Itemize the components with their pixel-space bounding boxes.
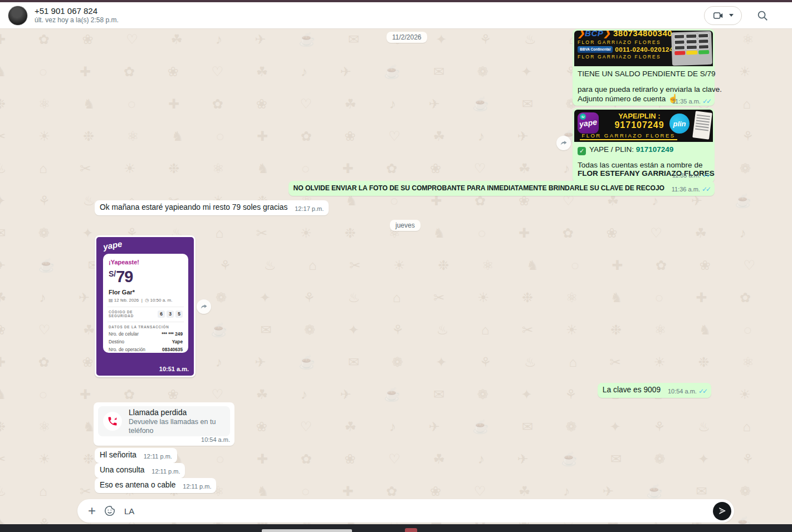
contact-avatar[interactable] (8, 6, 28, 26)
message-bubble-yape-plin[interactable]: S/ yape YAPE/PLIN : 917107249 plin FLOR … (573, 108, 715, 183)
chat-canvas: ✚ ✿ ❀ ♡ ☘ ♪ ✈ ☕ ✉ ❁ ✦ ⚘ ♨ ⌂ ✂ ☀ ❉ ⚛ ♞ ◌ … (0, 29, 792, 524)
taskbar-item[interactable] (405, 528, 417, 532)
contact-last-seen: últ. vez hoy a la(s) 2:58 p.m. (35, 16, 119, 24)
message-time: 11:36 a.m.✓✓ (672, 185, 710, 193)
forward-icon[interactable] (556, 136, 571, 150)
message-time: 12:11 p.m. (183, 483, 211, 490)
message-text: Todas las cuentas están a nombre de (578, 161, 710, 169)
missed-call-icon (107, 416, 118, 427)
message-time: 10:54 a.m. (201, 436, 230, 443)
message-text: Hl señorita (100, 451, 136, 459)
yape-plin-image[interactable]: S/ yape YAPE/PLIN : 917107249 plin FLOR … (574, 110, 713, 142)
receipt-recipient: Flor Gar* (109, 289, 183, 295)
bbva-logo: BBVA Continental (578, 46, 613, 52)
date-chip: jueves (390, 220, 421, 231)
attach-button[interactable]: + (83, 502, 101, 520)
message-bubble-ok[interactable]: Ok mañana estaré yapieando mi resto 79 s… (95, 200, 329, 215)
message-text: ✓YAPE / PLIN: 917107249 (578, 145, 710, 154)
read-receipt-icon: ✓✓ (702, 97, 710, 105)
message-composer: + (77, 499, 734, 523)
receipt-datetime: ▤ 12 feb. 2026 | ◷ 10:50 a. m. (109, 298, 183, 303)
bbva-account-number: 0011-0240-0201243721 (615, 46, 672, 53)
message-bubble-key[interactable]: La clave es 9009 10:54 a.m.✓✓ (598, 383, 711, 398)
calendar-icon: ▤ (109, 298, 113, 303)
receipt-row: Nro. de celular*** *** 249 (109, 331, 183, 337)
clock-icon: ◷ (145, 298, 149, 303)
banner-title: YAPE/PLIN : (603, 112, 676, 120)
message-text: TIENE UN SALDO PENDIENTE DE S/79 (578, 70, 710, 78)
account-holder-name: FLOR GARRIAZO FLORES (578, 54, 669, 60)
message-text: NO OLVIDE ENVIAR LA FOTO DE SU COMPROBAN… (294, 184, 664, 192)
contact-info[interactable]: +51 901 067 824 últ. vez hoy a la(s) 2:5… (35, 6, 119, 25)
account-holder-name: FLOR GARRIAZO FLORES (578, 40, 669, 45)
message-text: Una consulta (100, 466, 145, 474)
message-time: 12:11 p.m. (144, 453, 172, 460)
message-bubble-reminder[interactable]: NO OLVIDE ENVIAR LA FOTO DE SU COMPROBAN… (289, 181, 715, 196)
message-time: 12:11 p.m. (151, 468, 180, 475)
search-icon[interactable] (756, 9, 769, 22)
video-camera-icon (712, 9, 725, 22)
yape-logo: yape (102, 239, 123, 252)
message-bubble-consulta[interactable]: Una consulta 12:11 p.m. (95, 463, 185, 478)
sticker-button[interactable] (101, 502, 119, 520)
send-icon (717, 506, 727, 516)
yape-logo: S/ yape (578, 112, 599, 134)
message-bubble-bank-accounts[interactable]: ❯BCP❯ 38073480034024 FLOR GARRIAZO FLORE… (573, 29, 715, 106)
check-mark-emoji: ✓ (578, 147, 586, 155)
missed-call-box: Llamada perdida Devuelve las llamadas en… (98, 406, 230, 436)
missed-call-title: Llamada perdida (129, 407, 230, 417)
sticker-icon (104, 505, 116, 517)
message-text: Eso es antena o cable (100, 481, 176, 489)
plin-logo: plin (669, 114, 690, 134)
banner-number: 917107249 (603, 120, 676, 130)
date-chip: 11/2/2026 (387, 32, 427, 43)
security-code-digits: 6 3 5 (158, 311, 183, 318)
send-button[interactable] (713, 502, 731, 520)
banner-holder-name: FLOR GARRIAZO FLORES (580, 132, 677, 140)
message-text: para que pueda retirarlo y enviarla la c… (578, 85, 710, 93)
whatsapp-window: +51 901 067 824 últ. vez hoy a la(s) 2:5… (0, 0, 792, 532)
message-time: 10:51 a.m. (159, 366, 189, 372)
message-bubble-antena[interactable]: Eso es antena o cable 12:11 p.m. (95, 478, 216, 493)
bcp-account-row: ❯BCP❯ 38073480034024 (578, 31, 669, 38)
receipt-row: DestinoYape (109, 339, 183, 344)
price-list-graphic (692, 111, 712, 139)
contact-name: +51 901 067 824 (35, 6, 119, 17)
receipt-title: ¡Yapeaste! (109, 259, 183, 265)
plus-icon: + (88, 504, 96, 518)
receipt-row: Nro. de operación08340635 (109, 347, 183, 352)
message-time: 11:35 a.m.✓✓ (672, 171, 710, 179)
bank-accounts-image[interactable]: ❯BCP❯ 38073480034024 FLOR GARRIAZO FLORE… (574, 31, 713, 66)
taskbar[interactable] (0, 524, 792, 532)
message-bubble-hl[interactable]: Hl señorita 12:11 p.m. (95, 448, 177, 463)
read-receipt-icon: ✓✓ (698, 387, 706, 395)
message-time: 11:35 a.m.✓✓ (672, 97, 710, 105)
receipt-amount: S/79 (109, 268, 183, 286)
taskbar-item[interactable] (262, 529, 352, 532)
receipt-card: ¡Yapeaste! S/79 Flor Gar* ▤ 12 feb. 2026… (103, 254, 188, 353)
kebab-menu-icon[interactable]: ⋮ (781, 9, 784, 22)
read-receipt-icon: ✓✓ (702, 171, 710, 179)
chat-header: +51 901 067 824 últ. vez hoy a la(s) 2:5… (0, 2, 792, 29)
message-bubble-missed-call[interactable]: Llamada perdida Devuelve las llamadas en… (94, 402, 234, 446)
forward-icon[interactable] (197, 299, 211, 314)
message-time: 10:54 a.m.✓✓ (668, 387, 706, 395)
message-text: Ok mañana estaré yapieando mi resto 79 s… (100, 203, 287, 211)
read-receipt-icon: ✓✓ (702, 185, 710, 193)
message-input[interactable] (124, 506, 713, 516)
chevron-down-icon (729, 14, 734, 17)
missed-call-subtitle: Devuelve las llamadas en tu teléfono (129, 417, 230, 436)
message-time: 12:17 p.m. (295, 205, 324, 212)
message-text: La clave es 9009 (603, 386, 661, 394)
message-bubble-yape-receipt[interactable]: yape ¡Yapeaste! S/79 Flor Gar* ▤ 12 feb.… (95, 235, 195, 377)
transaction-data-label: DATOS DE LA TRANSACCIÓN (109, 325, 183, 329)
pos-terminal-graphic (671, 31, 712, 66)
video-call-button[interactable] (704, 6, 742, 25)
security-code-label: CÓDIGO DE SEGURIDAD (109, 310, 158, 318)
